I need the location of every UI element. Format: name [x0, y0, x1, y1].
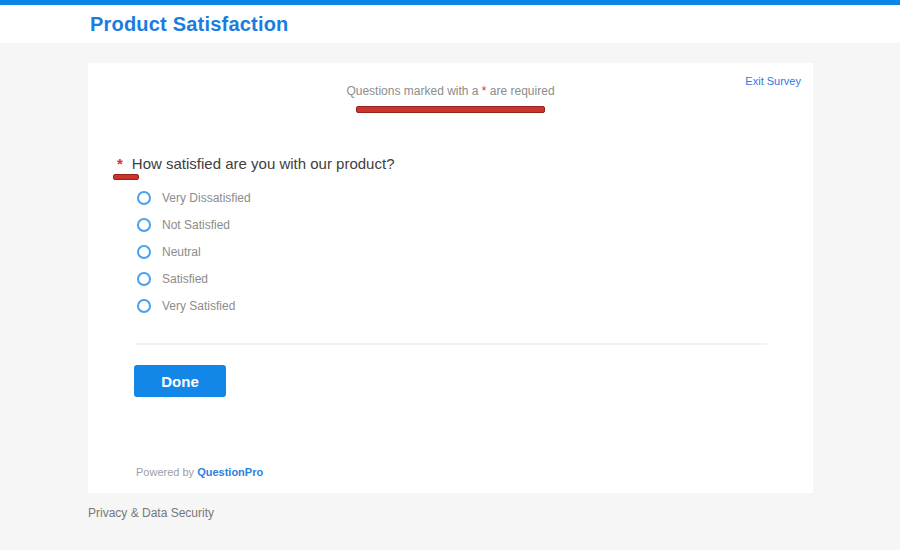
annotation-underline-required-note	[356, 106, 545, 113]
powered-by: Powered by QuestionPro	[136, 466, 263, 478]
question-text: How satisfied are you with our product?	[132, 155, 395, 172]
page-header: Product Satisfaction	[0, 5, 900, 43]
radio-option-not-satisfied[interactable]: Not Satisfied	[137, 211, 251, 238]
radio-icon[interactable]	[137, 218, 151, 232]
powered-by-prefix: Powered by	[136, 466, 197, 478]
annotation-underline-asterisk	[113, 174, 139, 180]
required-note-suffix: are required	[487, 84, 555, 98]
option-label: Satisfied	[162, 272, 208, 286]
option-label: Not Satisfied	[162, 218, 230, 232]
page-title: Product Satisfaction	[90, 13, 288, 36]
radio-option-group: Very Dissatisfied Not Satisfied Neutral …	[137, 184, 251, 319]
radio-option-satisfied[interactable]: Satisfied	[137, 265, 251, 292]
radio-icon[interactable]	[137, 245, 151, 259]
radio-icon[interactable]	[137, 272, 151, 286]
privacy-data-security-link[interactable]: Privacy & Data Security	[88, 506, 214, 520]
required-note: Questions marked with a * are required	[88, 84, 813, 98]
radio-option-very-dissatisfied[interactable]: Very Dissatisfied	[137, 184, 251, 211]
option-label: Very Satisfied	[162, 299, 235, 313]
section-divider	[135, 343, 767, 345]
survey-card: Exit Survey Questions marked with a * ar…	[88, 63, 813, 493]
required-asterisk: *	[117, 155, 123, 172]
radio-option-neutral[interactable]: Neutral	[137, 238, 251, 265]
radio-option-very-satisfied[interactable]: Very Satisfied	[137, 292, 251, 319]
option-label: Very Dissatisfied	[162, 191, 251, 205]
radio-icon[interactable]	[137, 191, 151, 205]
question: * How satisfied are you with our product…	[117, 155, 394, 172]
option-label: Neutral	[162, 245, 201, 259]
radio-icon[interactable]	[137, 299, 151, 313]
required-note-prefix: Questions marked with a	[346, 84, 481, 98]
questionpro-brand-link[interactable]: QuestionPro	[197, 466, 263, 478]
done-button[interactable]: Done	[134, 365, 226, 397]
